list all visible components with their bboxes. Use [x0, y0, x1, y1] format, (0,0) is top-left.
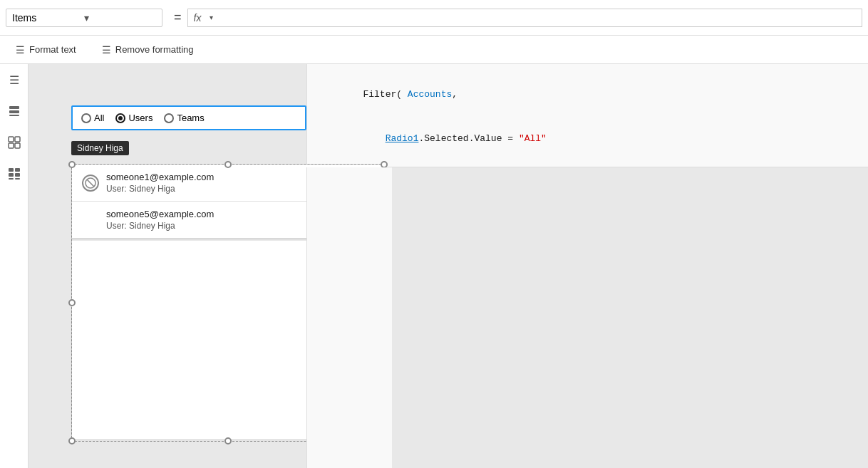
- formula-bottom-panel: [306, 167, 392, 468]
- format-toolbar: ☰ Format text ☰ Remove formatting: [0, 36, 868, 64]
- svg-rect-5: [9, 143, 14, 148]
- radio-all-label: All: [94, 113, 104, 123]
- svg-rect-7: [9, 168, 14, 172]
- canvas-area: Filter( Accounts, Radio1.Selected.Value …: [29, 64, 868, 468]
- remove-formatting-icon: ☰: [102, 44, 111, 56]
- remove-formatting-label: Remove formatting: [115, 44, 194, 55]
- svg-rect-4: [15, 137, 20, 142]
- radio-teams-circle: [164, 113, 174, 123]
- right-gray-area: [392, 167, 868, 468]
- svg-rect-12: [15, 178, 20, 180]
- format-text-button[interactable]: ☰ Format text: [11, 41, 81, 58]
- property-dropdown[interactable]: Items ▾: [6, 9, 162, 27]
- svg-rect-9: [9, 173, 14, 177]
- svg-line-14: [87, 180, 94, 187]
- svg-rect-1: [9, 110, 19, 113]
- formula-line-1: Filter( Accounts,: [319, 73, 857, 117]
- radio-teams-label: Teams: [177, 113, 204, 123]
- radio-widget: All Users Teams: [71, 105, 306, 130]
- formula-code: Filter( Accounts, Radio1.Selected.Value …: [306, 64, 868, 167]
- fx-label: fx: [194, 12, 202, 24]
- radio-users-label: Users: [128, 113, 153, 123]
- svg-rect-11: [9, 178, 14, 180]
- sidebar-icon-menu[interactable]: ☰: [4, 70, 24, 90]
- svg-rect-0: [9, 106, 19, 109]
- radio-all[interactable]: All: [81, 113, 104, 123]
- remove-formatting-button[interactable]: ☰ Remove formatting: [98, 41, 198, 58]
- sidebar-icon-grid[interactable]: [4, 164, 24, 184]
- radio-users[interactable]: Users: [115, 113, 153, 123]
- equals-sign: =: [174, 10, 182, 25]
- top-bar: Items ▾ = fx ▾: [0, 0, 868, 36]
- dropdown-arrow-icon: ▾: [84, 12, 156, 24]
- sidebar-icon-layers[interactable]: [4, 101, 24, 121]
- radio-users-circle: [115, 113, 125, 123]
- radio-teams[interactable]: Teams: [164, 113, 204, 123]
- format-text-label: Format text: [29, 44, 76, 55]
- formula-bar[interactable]: fx ▾: [187, 9, 862, 27]
- svg-rect-2: [9, 115, 19, 116]
- svg-rect-8: [15, 168, 20, 172]
- tooltip: Sidney Higa: [71, 141, 129, 155]
- svg-rect-3: [9, 137, 14, 142]
- format-text-icon: ☰: [16, 44, 25, 56]
- radio-group: All Users Teams: [81, 113, 296, 123]
- svg-rect-10: [15, 173, 20, 177]
- sidebar-icon-components[interactable]: [4, 132, 24, 152]
- list-item-0-icon: [82, 175, 99, 192]
- radio-all-circle: [81, 113, 91, 123]
- tooltip-text: Sidney Higa: [77, 143, 123, 153]
- property-label: Items: [12, 12, 84, 24]
- main-layout: ☰: [0, 64, 868, 468]
- formula-line-2: Radio1.Selected.Value = "All": [319, 117, 857, 161]
- formula-chevron-icon: ▾: [210, 14, 213, 21]
- left-sidebar: ☰: [0, 64, 29, 468]
- svg-rect-6: [15, 143, 20, 148]
